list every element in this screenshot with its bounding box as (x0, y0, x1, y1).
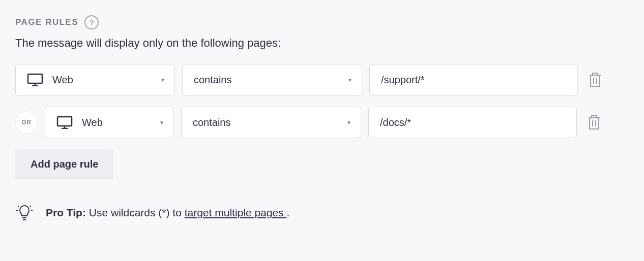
condition-select[interactable]: contains ▼ (182, 64, 362, 95)
trash-icon (588, 72, 602, 88)
monitor-icon (27, 73, 43, 86)
rules-container: Web ▼ contains ▼ OR (15, 64, 629, 138)
svg-rect-0 (28, 74, 42, 83)
delete-rule-button[interactable] (584, 111, 604, 134)
section-title: PAGE RULES (15, 17, 78, 27)
svg-line-15 (30, 206, 31, 207)
platform-select[interactable]: Web ▼ (15, 64, 175, 95)
or-connector-badge: OR (15, 111, 38, 134)
pro-tip: Pro Tip: Use wildcards (*) to target mul… (15, 204, 629, 222)
condition-label: contains (194, 74, 232, 86)
chevron-down-icon: ▼ (346, 120, 352, 125)
help-icon[interactable]: ? (84, 15, 99, 29)
trash-icon (587, 114, 601, 130)
platform-select[interactable]: Web ▼ (45, 107, 174, 138)
pro-tip-text-after: . (286, 207, 289, 218)
condition-select[interactable]: contains ▼ (181, 107, 361, 138)
section-subtitle: The message will display only on the fol… (15, 37, 629, 50)
pro-tip-label: Pro Tip: (46, 207, 86, 218)
monitor-icon (56, 116, 73, 129)
pro-tip-text: Use wildcards (*) to (86, 207, 185, 218)
condition-label: contains (193, 117, 231, 128)
rule-row: OR Web ▼ contains ▼ (15, 107, 629, 138)
platform-label: Web (52, 74, 73, 86)
lightbulb-icon (15, 204, 34, 222)
chevron-down-icon: ▼ (347, 77, 353, 83)
url-pattern-input[interactable] (369, 64, 578, 95)
add-page-rule-button[interactable]: Add page rule (15, 149, 113, 179)
svg-rect-5 (57, 117, 72, 126)
chevron-down-icon: ▼ (160, 77, 165, 83)
platform-label: Web (82, 117, 103, 128)
rule-row: Web ▼ contains ▼ (15, 64, 629, 95)
chevron-down-icon: ▼ (159, 120, 164, 125)
url-pattern-input[interactable] (368, 107, 577, 138)
pro-tip-link[interactable]: target multiple pages (185, 207, 287, 218)
svg-line-14 (18, 206, 19, 207)
delete-rule-button[interactable] (585, 69, 605, 91)
